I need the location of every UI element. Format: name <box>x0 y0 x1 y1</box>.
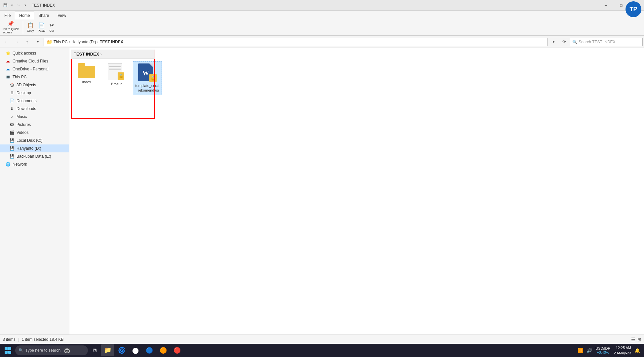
tab-home[interactable]: Home <box>15 12 34 20</box>
sidebar-item-pictures[interactable]: 🖼 Pictures <box>0 121 69 129</box>
breadcrumb-this-pc[interactable]: This PC <box>54 40 68 44</box>
tab-share[interactable]: Share <box>34 11 53 19</box>
sidebar-label-network: Network <box>13 162 27 167</box>
sidebar-item-local-disk-c[interactable]: 💾 Local Disk (C:) <box>0 137 69 144</box>
content-area: TEST INDEX › Index <box>69 48 644 335</box>
sidebar-label-documents: Documents <box>17 99 37 103</box>
network-tray-icon[interactable]: 📶 <box>578 348 583 353</box>
sidebar-item-3d-objects[interactable]: 🎲 3D Objects <box>0 81 69 89</box>
currency-change: +0.40% <box>595 350 610 354</box>
ribbon-content: 📌 Pin to Quickaccess 📋 Copy 📄 Paste ✂ Cu… <box>0 19 644 36</box>
recent-locations-button[interactable]: ▾ <box>33 37 42 47</box>
minimize-button[interactable]: ─ <box>598 0 614 11</box>
content-inner-header: TEST INDEX › <box>71 50 155 59</box>
start-button[interactable] <box>1 344 15 356</box>
refresh-button[interactable]: ⟳ <box>559 37 569 47</box>
folder-item-index[interactable]: Index <box>73 61 100 95</box>
word-corner-fold <box>149 63 153 67</box>
tab-view[interactable]: View <box>53 11 70 19</box>
breadcrumb-bar[interactable]: 📁 This PC › Hariyanto (D:) › TEST INDEX <box>44 38 548 46</box>
sidebar-item-backupan-data-e[interactable]: 💾 Backupan Data (E:) <box>0 152 69 160</box>
cloud-icon: ☁ <box>5 59 11 64</box>
pin-to-quick-access-btn[interactable]: 📌 Pin to Quickaccess <box>3 20 19 34</box>
sidebar-item-hariyanto-d[interactable]: 💾 Hariyanto (D:) <box>0 144 69 152</box>
tab-file[interactable]: File <box>0 11 15 19</box>
word-w-letter: W <box>142 69 149 77</box>
breadcrumb-hariyanto[interactable]: Hariyanto (D:) <box>71 40 96 44</box>
status-bar: 3 items | 1 item selected 18.4 KB ☰ ⊞ <box>0 335 644 344</box>
title-bar: 💾 ↩ ↪ ▾ TEST INDEX ─ □ ✕ <box>0 0 644 11</box>
index-folder-icon <box>78 63 95 78</box>
documents-icon: 📄 <box>9 98 15 103</box>
sidebar-item-music[interactable]: ♪ Music <box>0 113 69 121</box>
sidebar-item-quick-access[interactable]: ⭐ Quick access <box>0 49 69 57</box>
disk-c-icon: 💾 <box>9 138 15 143</box>
taskbar-clock[interactable]: 12:25 AM 20-May-23 <box>614 345 631 356</box>
up-button[interactable]: ↑ <box>22 37 32 47</box>
sidebar-label-this-pc: This PC <box>13 75 27 79</box>
brosur-icon-wrapper: 🔒 <box>108 63 125 80</box>
dropdown-button[interactable]: ▾ <box>549 37 558 47</box>
taskbar: 🔍 Type here to search 🐼 ⧉ 📁 🌀 ⬤ 🔵 🟠 🔴 📶 … <box>0 344 644 357</box>
sidebar-label-creative-cloud: Creative Cloud Files <box>13 59 48 63</box>
app5-taskbar-btn[interactable]: 🔵 <box>143 344 156 356</box>
search-bar[interactable]: 🔍 Search TEST INDEX <box>570 38 643 46</box>
sidebar-item-network[interactable]: 🌐 Network <box>0 160 69 168</box>
notification-btn[interactable]: 🔔 <box>634 348 640 353</box>
edge-taskbar-btn[interactable]: 🌀 <box>115 344 128 356</box>
breadcrumb-test-index[interactable]: TEST INDEX <box>100 40 123 44</box>
undo-icon[interactable]: ↩ <box>9 3 15 8</box>
sidebar-item-this-pc[interactable]: 💻 This PC <box>0 73 69 81</box>
cut-btn[interactable]: ✂ Cut <box>50 22 54 32</box>
app7-taskbar-btn[interactable]: 🔴 <box>170 344 184 356</box>
forward-button[interactable]: → <box>12 37 21 47</box>
quick-access-toolbar-icon[interactable]: 💾 <box>3 3 8 8</box>
taskbar-search[interactable]: 🔍 Type here to search 🐼 <box>15 345 88 355</box>
copy-btn[interactable]: 📋 Copy <box>27 22 34 32</box>
sidebar-item-creative-cloud[interactable]: ☁ Creative Cloud Files <box>0 57 69 65</box>
currency-info: USD/IDR +0.40% <box>595 346 610 354</box>
sidebar-item-documents[interactable]: 📄 Documents <box>0 97 69 105</box>
status-right: ☰ ⊞ <box>631 337 641 342</box>
downloads-icon: ⬇ <box>9 106 15 111</box>
currency-pair: USD/IDR <box>595 346 610 350</box>
sidebar-item-desktop[interactable]: 🖥 Desktop <box>0 89 69 97</box>
navigation-bar: ← → ↑ ▾ 📁 This PC › Hariyanto (D:) › TES… <box>0 36 644 48</box>
desktop-icon: 🖥 <box>9 90 15 96</box>
profile-initials: TP <box>629 6 637 13</box>
properties-icon[interactable]: ▾ <box>22 3 28 8</box>
sidebar-item-onedrive[interactable]: ☁ OneDrive - Personal <box>0 65 69 73</box>
sidebar-label-music: Music <box>17 114 27 119</box>
search-icon: 🔍 <box>572 40 577 44</box>
item-count: 3 items <box>3 337 16 342</box>
back-button[interactable]: ← <box>1 37 11 47</box>
breadcrumb-sep-2: › <box>97 40 98 44</box>
network-icon: 🌐 <box>5 162 11 167</box>
template-icon-wrapper: W 🔒 <box>138 63 157 82</box>
file-item-brosur[interactable]: 🔒 Brosur <box>103 61 130 95</box>
onedrive-icon: ☁ <box>5 66 11 72</box>
file-name-template: template_surat_rekomendasi <box>134 83 160 93</box>
pictures-icon: 🖼 <box>9 122 15 127</box>
paste-btn[interactable]: 📄 Paste <box>38 22 46 32</box>
sidebar-label-hariyanto-d: Hariyanto (D:) <box>17 146 41 151</box>
sidebar-item-videos[interactable]: 🎬 Videos <box>0 129 69 137</box>
sidebar: ⭐ Quick access ☁ Creative Cloud Files ☁ … <box>0 48 69 335</box>
videos-icon: 🎬 <box>9 130 15 135</box>
icon-view-btn[interactable]: ⊞ <box>637 337 641 342</box>
task-view-btn[interactable]: ⧉ <box>89 344 100 356</box>
chrome-taskbar-btn[interactable]: ⬤ <box>129 344 142 356</box>
file-name-brosur: Brosur <box>111 82 122 86</box>
file-explorer-taskbar-btn[interactable]: 📁 <box>101 344 114 356</box>
app6-taskbar-btn[interactable]: 🟠 <box>157 344 170 356</box>
sidebar-item-downloads[interactable]: ⬇ Downloads <box>0 105 69 113</box>
file-item-template[interactable]: W 🔒 template_surat_rekomendasi <box>133 61 162 95</box>
volume-tray-icon[interactable]: 🔊 <box>587 348 592 353</box>
details-view-btn[interactable]: ☰ <box>631 337 635 342</box>
folder-name-index: Index <box>82 80 91 84</box>
windows-logo <box>5 347 11 354</box>
status-separator: | <box>18 337 19 342</box>
profile-avatar[interactable]: TP <box>625 1 641 17</box>
breadcrumb-sep-1: › <box>69 40 70 44</box>
sidebar-label-downloads: Downloads <box>17 106 36 111</box>
